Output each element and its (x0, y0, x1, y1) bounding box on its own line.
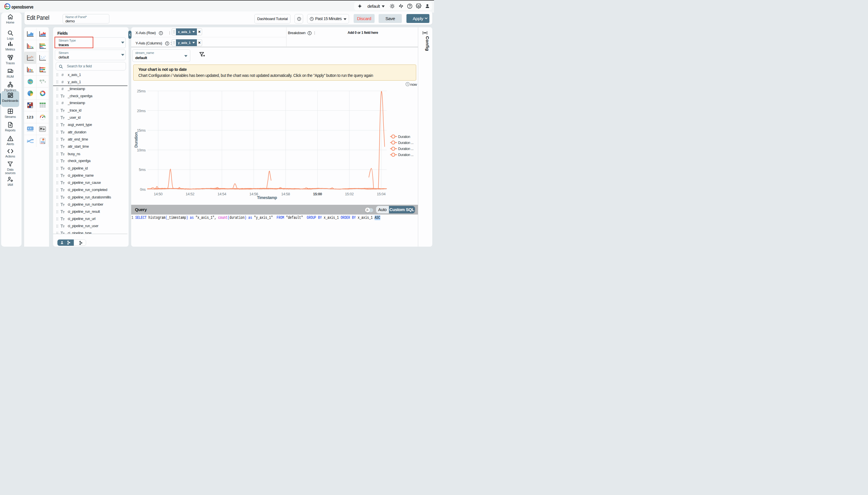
svg-text:Duration: Duration (398, 135, 410, 139)
svg-text:0ns: 0ns (140, 187, 146, 192)
svg-text:15:04: 15:04 (377, 192, 386, 196)
svg-text:5ms: 5ms (139, 168, 146, 172)
svg-text:Duration ...: Duration ... (398, 141, 413, 145)
svg-text:14:58: 14:58 (281, 192, 290, 196)
svg-text:Timestamp: Timestamp (257, 195, 277, 200)
svg-text:25ms: 25ms (137, 89, 146, 93)
svg-text:15:02: 15:02 (345, 192, 354, 196)
svg-text:14:50: 14:50 (154, 192, 163, 196)
svg-text:Duration: Duration (134, 132, 138, 148)
svg-text:now: now (410, 82, 417, 87)
svg-text:15ms: 15ms (137, 128, 146, 133)
svg-text:14:54: 14:54 (217, 192, 227, 196)
svg-text:10ms: 10ms (137, 148, 146, 152)
svg-text:Duration ...: Duration ... (398, 147, 413, 151)
svg-text:Duration ...: Duration ... (398, 153, 413, 157)
svg-text:20ms: 20ms (137, 109, 146, 113)
svg-text:15:00: 15:00 (313, 192, 322, 196)
svg-text:14:52: 14:52 (186, 192, 195, 196)
